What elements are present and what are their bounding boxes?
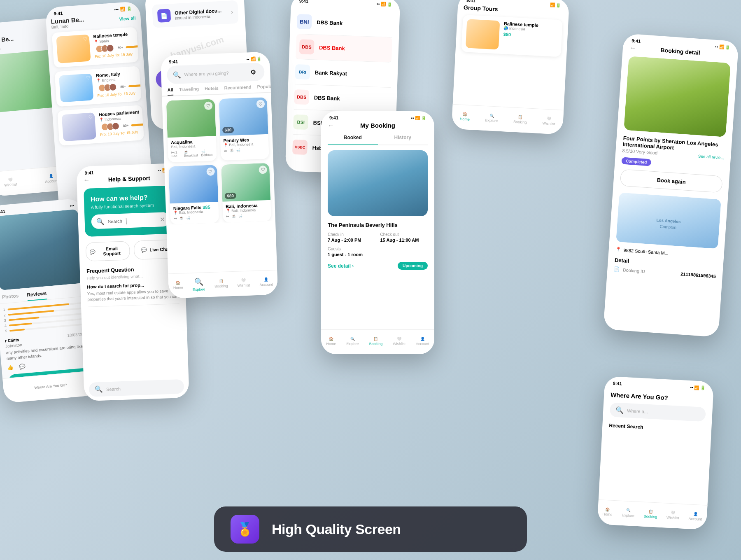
help-search-placeholder: Search bbox=[108, 218, 122, 224]
tab-photos[interactable]: Photos bbox=[2, 293, 19, 303]
explore-card-pendry[interactable]: ♡ $30 Pendry Wes 📍 Bali, Indonesia 🛏☕🛁 bbox=[219, 97, 269, 161]
address-row: 📍 9882 South Santa M... bbox=[615, 247, 717, 259]
wishlist-heart-bali[interactable]: ♡ bbox=[259, 166, 267, 174]
back-arrow-booking[interactable]: ← bbox=[328, 122, 334, 129]
explore-card-acqualina[interactable]: ♡ Acqualina Bali, Indonesia 🛏 2 Bed ☕ Br… bbox=[166, 99, 217, 162]
nav-explore-booking[interactable]: 🔍 Explore bbox=[346, 337, 359, 346]
explore-search-bar[interactable]: 🔍 Where are you going? ⚙ bbox=[167, 63, 265, 84]
sheraton-image bbox=[624, 56, 731, 137]
explore-card-niagara[interactable]: ♡ Niagara Falls $85 📍 Bali, Indonesia 🛏☕… bbox=[168, 165, 219, 224]
booking-id-value: 21119861596345 bbox=[680, 271, 716, 279]
nav-explore-active[interactable]: 🔍 Explore bbox=[192, 277, 205, 292]
search-placeholder: Where are you going? bbox=[184, 70, 229, 77]
temple-card-tours[interactable]: Balinese temple 🌏 Indonesia $80 bbox=[461, 15, 562, 57]
tab-hotels[interactable]: Hotels bbox=[205, 86, 219, 94]
where-placeholder: Where a... bbox=[627, 408, 648, 414]
nav-booking-where[interactable]: 📋 Booking bbox=[643, 509, 657, 519]
peninsula-name: The Peninsula Beverly Hills bbox=[328, 222, 428, 228]
see-all-reviews-link[interactable]: See all revie... bbox=[698, 154, 724, 160]
nav-wishlist-where[interactable]: 🤍 Wishlist bbox=[666, 510, 680, 520]
nav-booking-active[interactable]: 📋 Booking bbox=[369, 337, 383, 346]
wishlist-heart-pendry[interactable]: ♡ bbox=[256, 100, 265, 108]
travel-card-2: ♡ Rome, Italy ★ 4.8 📍 England 80+ 80% Fr… bbox=[54, 66, 141, 107]
map-view: Los Angeles Compton bbox=[616, 192, 721, 249]
nav-wishlist-booking[interactable]: 🤍 Wishlist bbox=[393, 337, 405, 346]
see-detail-link[interactable]: See detail › bbox=[328, 263, 354, 269]
nav-wishlist[interactable]: 🤍 Wishlist bbox=[4, 177, 17, 187]
nav-home-tours[interactable]: 🏠 Home bbox=[460, 112, 470, 121]
bank-dbs-1[interactable]: BNI DBS Bank bbox=[296, 9, 393, 37]
nav-home-where[interactable]: 🏠 Home bbox=[602, 507, 613, 516]
tab-traveling[interactable]: Traveling bbox=[179, 86, 199, 96]
tab-reviews[interactable]: Reviews bbox=[27, 290, 47, 301]
nav-booking-explore[interactable]: 📋 Booking bbox=[214, 279, 228, 288]
filter-icon[interactable]: ⚙ bbox=[247, 66, 259, 78]
tab-recommend[interactable]: Recommend bbox=[224, 84, 252, 93]
card-image-2: ♡ bbox=[59, 73, 93, 102]
nav-explore-where[interactable]: 🔍 Explore bbox=[622, 508, 635, 518]
view-all[interactable]: View all bbox=[119, 15, 136, 21]
booking-tab-history[interactable]: History bbox=[378, 135, 428, 145]
email-support-button[interactable]: 💬 Email Support bbox=[86, 241, 130, 261]
wishlist-heart-niagara[interactable]: ♡ bbox=[206, 167, 215, 176]
status-icons-reviews: ▪▪▪ bbox=[70, 203, 75, 208]
phone-my-booking: 9:41 ▪▪ 📶 🔋 ← My Booking Booked History … bbox=[321, 111, 434, 354]
account-icon-where: 👤 bbox=[693, 512, 698, 516]
like-icon[interactable]: 👍 bbox=[7, 364, 14, 371]
booking-icon-tours: 📋 bbox=[518, 115, 523, 119]
acqualina-location: Bali, Indonesia bbox=[171, 144, 213, 149]
booking-icon-active: 📋 bbox=[373, 337, 378, 341]
bsi-logo: BSI bbox=[293, 114, 308, 130]
nav-home-explore[interactable]: 🏠 Home bbox=[173, 280, 183, 290]
back-arrow-detail[interactable]: ← bbox=[629, 44, 636, 52]
email-icon: 💬 bbox=[89, 249, 95, 254]
phone-explore: 9:41 ▪▪ 📶 🔋 🔍 Where are you going? ⚙ All… bbox=[161, 52, 278, 299]
award-icon: 🏅 bbox=[237, 521, 253, 537]
bank-name-selected: DBS Bank bbox=[319, 44, 345, 51]
wishlist-heart[interactable]: ♡ bbox=[204, 101, 212, 110]
cursor-icon: | bbox=[125, 217, 127, 224]
status-icons-tours: 📶 🔋 bbox=[550, 2, 561, 7]
bottom-search-help[interactable]: 🔍 Search bbox=[89, 379, 184, 397]
nav-account-booking[interactable]: 👤 Account bbox=[416, 337, 429, 346]
nav-wishlist-explore[interactable]: 🤍 Wishlist bbox=[237, 278, 250, 287]
booking-tab-booked[interactable]: Booked bbox=[328, 135, 378, 145]
nav-booking-tours[interactable]: 📋 Booking bbox=[513, 114, 527, 124]
nav-account-where[interactable]: 👤 Account bbox=[689, 511, 703, 521]
bank-dbs-selected[interactable]: DBS DBS Bank bbox=[296, 34, 392, 63]
explore-icon-booking: 🔍 bbox=[350, 337, 355, 341]
back-arrow-help[interactable]: ← bbox=[83, 176, 90, 184]
bank-name-2: DBS Bank bbox=[314, 94, 340, 101]
time-detail: 9:41 bbox=[631, 38, 641, 44]
pendry-image: ♡ $30 bbox=[219, 97, 268, 136]
home-icon-where: 🏠 bbox=[605, 507, 610, 511]
clear-search-icon[interactable]: ✕ bbox=[159, 215, 165, 223]
nav-account-explore[interactable]: 👤 Account bbox=[259, 277, 273, 287]
where-title: Where Are You Go? bbox=[611, 391, 707, 403]
book-again-button[interactable]: Book again bbox=[620, 169, 723, 193]
nav-wishlist-tours[interactable]: 🤍 Wishlist bbox=[542, 116, 555, 126]
tab-all[interactable]: All bbox=[167, 87, 173, 96]
faq-item-1[interactable]: How do I search for prop... Yes, most re… bbox=[87, 281, 179, 307]
booking-nav-icon: 📋 bbox=[219, 279, 223, 283]
pendry-price: $30 bbox=[222, 127, 234, 133]
dbs-logo-selected: DBS bbox=[299, 39, 315, 54]
guests-label: Guests bbox=[328, 247, 428, 251]
travel-card-1: ♡ Balinese temple ★ 4.8 📍 Spain 80+ 80% … bbox=[52, 27, 139, 68]
upcoming-badge: Upcoming bbox=[398, 262, 428, 270]
nav-explore-tours[interactable]: 🔍 Explore bbox=[485, 113, 498, 123]
time-help: 9:41 bbox=[84, 170, 93, 175]
tab-popular[interactable]: Popular bbox=[257, 84, 274, 92]
nav-home-booking[interactable]: 🏠 Home bbox=[326, 337, 336, 346]
bank-rakyat[interactable]: BRI Bank Rakyat bbox=[295, 59, 391, 88]
phone-group-tours: 9:41 📶 🔋 Group Tours Balinese temple 🌏 I… bbox=[452, 0, 570, 135]
where-search-bar[interactable]: 🔍 Where a... bbox=[609, 402, 706, 422]
explore-card-bali[interactable]: ♡ $80 Bali, Indonesia 📍 Bali, Indonesia … bbox=[221, 163, 271, 223]
home-icon-tours: 🏠 bbox=[463, 112, 468, 117]
status-icons-bank: ▪▪ 📶 🔋 bbox=[377, 1, 392, 6]
bank-name-1: DBS Bank bbox=[317, 19, 343, 26]
bank-dbs-2[interactable]: DBS DBS Bank bbox=[294, 84, 391, 113]
card-image-3: ♡ bbox=[62, 112, 96, 141]
comment-icon[interactable]: 💬 bbox=[19, 363, 26, 369]
wishlist-icon-where: 🤍 bbox=[671, 511, 676, 515]
